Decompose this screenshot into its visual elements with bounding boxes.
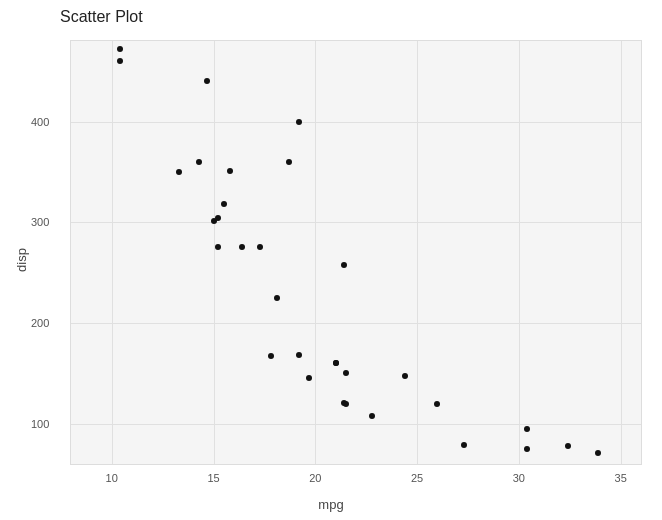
data-point-30 — [595, 450, 601, 456]
data-point-11 — [257, 244, 263, 250]
data-point-6 — [215, 244, 221, 250]
y-tick-300: 300 — [31, 216, 49, 228]
x-tick-20: 20 — [309, 472, 321, 484]
x-axis-label: mpg — [318, 497, 343, 512]
y-tick-200: 200 — [31, 317, 49, 329]
data-point-24 — [402, 373, 408, 379]
x-tick-15: 15 — [207, 472, 219, 484]
data-point-0 — [117, 46, 123, 52]
data-point-4 — [204, 78, 210, 84]
y-tick-400: 400 — [31, 116, 49, 128]
data-point-12 — [268, 353, 274, 359]
data-point-10 — [239, 244, 245, 250]
chart-title: Scatter Plot — [60, 8, 143, 26]
data-point-8 — [221, 201, 227, 207]
chart-area: 100200300400101520253035 — [70, 40, 642, 465]
data-point-22 — [343, 401, 349, 407]
x-tick-25: 25 — [411, 472, 423, 484]
data-point-29 — [565, 443, 571, 449]
data-point-28 — [524, 446, 530, 452]
data-point-17 — [306, 375, 312, 381]
data-point-27 — [524, 426, 530, 432]
data-point-26 — [461, 442, 467, 448]
data-point-19 — [333, 360, 339, 366]
chart-container: Scatter Plot disp mpg 100200300400101520… — [0, 0, 662, 520]
x-tick-10: 10 — [106, 472, 118, 484]
data-point-25 — [434, 401, 440, 407]
data-point-31 — [343, 370, 349, 376]
x-tick-35: 35 — [615, 472, 627, 484]
data-point-9 — [227, 168, 233, 174]
y-axis-label: disp — [14, 248, 29, 272]
data-point-2 — [176, 169, 182, 175]
data-point-14 — [286, 159, 292, 165]
y-tick-100: 100 — [31, 418, 49, 430]
data-point-1 — [117, 58, 123, 64]
data-point-16 — [296, 119, 302, 125]
data-point-3 — [196, 159, 202, 165]
data-point-13 — [274, 295, 280, 301]
data-point-7 — [215, 215, 221, 221]
data-point-15 — [296, 352, 302, 358]
data-point-21 — [341, 262, 347, 268]
x-tick-30: 30 — [513, 472, 525, 484]
data-point-23 — [369, 413, 375, 419]
